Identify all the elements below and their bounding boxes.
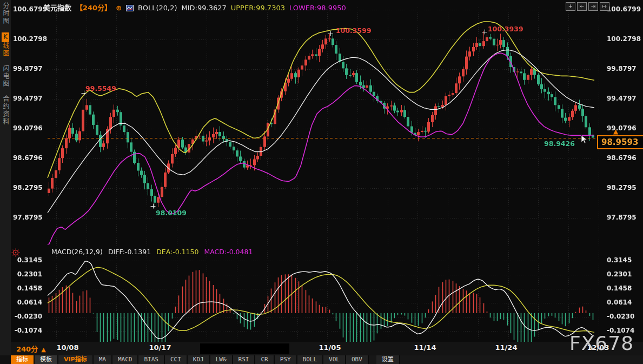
price-low-annotation: 98.0109 [156,209,187,217]
toolbar-item-VIP指标[interactable]: VIP指标 [58,355,94,364]
current-price-badge: 98.9593 [597,135,643,149]
y-axis-label: 100.2798 [607,35,639,43]
x-axis-label: 10/08 [57,343,79,352]
y-axis-label: 99.8797 [607,65,639,72]
x-axis-label: 10/17 [149,343,171,352]
y-axis-label: 99.4797 [607,95,639,102]
sidebar-item-1[interactable]: K线图 [0,32,11,57]
boll-indicator-icon [126,5,134,13]
y-axis-label: -0.0230 [607,313,639,320]
indicator-toolbar: 指标模板VIP指标MAMACDBIASCCIKDJLW&RSICRPSYBOLL… [11,355,643,364]
pan-icon[interactable]: + [566,2,575,11]
fx678-watermark: FX678 [569,332,634,354]
y-axis-label: 0.1458 [607,284,639,292]
toolbar-item-BIAS[interactable]: BIAS [138,355,165,364]
compress-right-icon[interactable]: ⇥ [588,2,598,11]
y-axis-label: 0.2301 [607,270,639,278]
sidebar-item-2[interactable]: 闪电图 [0,65,11,88]
period-dropdown-arrow-icon: ▲ [41,346,45,353]
toolbar-item-CR[interactable]: CR [255,355,274,364]
macd-macd-value: MACD:-0.0481 [204,248,253,256]
period-tag[interactable]: 【240分】 [76,4,111,12]
toolbar-item-BOLL[interactable]: BOLL [297,355,324,364]
macd-header: MACD(26,12,9)DIFF:-0.1391DEA:-0.1150MACD… [51,248,258,256]
y-axis-label: -0.1074 [13,327,42,334]
y-axis-label: 0.1458 [13,284,42,292]
y-axis-label: 99.8797 [13,65,42,72]
toolbar-item-MACD[interactable]: MACD [112,355,139,364]
instrument-title: 美元指数 [43,4,71,12]
boll-lower-value: LOWER:98.9950 [289,4,346,12]
y-axis-label: 97.8795 [13,214,42,221]
time-axis-row: 240分▲ 10/0810/1711/0511/1411/2412/03 [11,342,643,355]
y-axis-label: 100.2798 [13,35,42,43]
toolbar-item-指标[interactable]: 指标 [11,355,35,364]
price-low-annotation: 98.9426 [544,140,575,148]
sidebar-selected-chip: K [2,32,9,42]
toolbar-item-RSI[interactable]: RSI [233,355,256,364]
y-axis-label: 98.2795 [607,184,639,191]
y-axis-label: 100.6799 [13,5,42,13]
sidebar-item-0[interactable]: 分时图 [0,2,11,25]
toolbar-item-设置[interactable]: 设置 [376,355,400,364]
y-axis-label: 99.0796 [13,124,42,132]
y-axis-label: 100.6799 [607,5,639,13]
price-up-arrow-icon: ▲ [613,128,618,135]
chart-application-window: 分时图K线图闪电图合约资料 美元指数【240分】⊕BOLL(20,2)MID:9… [0,0,643,364]
blackout-box [200,343,289,354]
y-axis-label: 98.6796 [13,154,42,162]
macd-settings-icon[interactable] [11,248,20,257]
mouse-cursor [581,135,588,147]
price-high-annotation: 100.3939 [488,25,523,33]
y-axis-label: 0.2301 [13,270,42,278]
shift-right-icon[interactable]: ↦ [600,2,609,11]
bottom-left-corner [0,355,11,364]
boll-upper-value: UPPER:99.7303 [231,4,285,12]
chart-header: 美元指数【240分】⊕BOLL(20,2)MID:99.3627UPPER:99… [43,2,350,13]
y-axis-label: 98.6796 [607,154,639,162]
price-high-annotation: 99.5549 [85,84,116,92]
toolbar-item-VOL[interactable]: VOL [323,355,346,364]
period-selector[interactable]: 240分▲ [16,343,46,354]
y-axis-label: 98.2795 [13,184,42,191]
boll-params-label: BOLL(20,2) [138,4,177,12]
x-axis-label: 11/14 [414,343,436,352]
toolbar-item-OBV[interactable]: OBV [346,355,369,364]
macd-dea-value: DEA:-0.1150 [156,248,198,256]
y-axis-label: 99.0796 [607,124,639,132]
toolbar-item-LW&[interactable]: LW& [210,355,233,364]
chart-type-sidebar: 分时图K线图闪电图合约资料 [0,0,11,355]
boll-mid-value: MID:99.3627 [182,4,227,12]
y-axis-label: -0.0230 [13,313,42,320]
chart-zoom-controls: +⇤⇥↦ [566,2,609,11]
y-axis-label: 0.0614 [13,299,42,306]
price-high-annotation: 100.3599 [336,27,372,35]
y-axis-label: 0.3145 [13,256,42,264]
compress-left-icon[interactable]: ⇤ [577,2,587,11]
macd-diff-value: DIFF:-0.1391 [108,248,151,256]
x-axis-label: 11/05 [319,343,341,352]
add-indicator-icon[interactable]: ⊕ [116,4,122,12]
toolbar-item-模板[interactable]: 模板 [35,355,58,364]
y-axis-label: 97.8795 [607,214,639,221]
y-axis-label: 99.4797 [13,95,42,102]
y-axis-label: 0.3145 [607,256,639,264]
x-axis-label: 11/24 [495,343,518,352]
y-axis-label: 0.0614 [607,299,639,306]
toolbar-item-PSY[interactable]: PSY [275,355,297,364]
toolbar-item-KDJ[interactable]: KDJ [188,355,210,364]
price-chart-canvas[interactable] [0,0,643,364]
sidebar-item-3[interactable]: 合约资料 [0,95,11,125]
toolbar-item-CCI[interactable]: CCI [165,355,188,364]
macd-params-label: MACD(26,12,9) [51,248,103,256]
toolbar-item-MA[interactable]: MA [94,355,112,364]
